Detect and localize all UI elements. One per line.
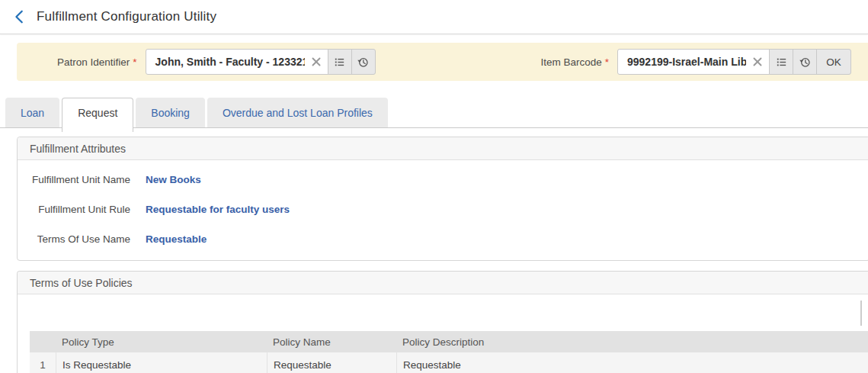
field-terms-of-use-name: Terms Of Use Name Requestable (18, 224, 868, 254)
x-icon (751, 55, 764, 69)
patron-history-button[interactable] (351, 49, 376, 75)
fulfillment-unit-rule-link[interactable]: Requestable for faculty users (146, 204, 290, 215)
ok-button[interactable]: OK (816, 49, 851, 75)
patron-identifier-group: Patron Identifier* John, Smith - Faculty… (17, 49, 376, 75)
policy-name-column-header: Policy Name (267, 331, 396, 352)
list-icon (775, 56, 788, 69)
terms-of-use-name-label: Terms Of Use Name (18, 233, 130, 245)
fulfillment-attributes-fields: Fulfillment Unit Name New Books Fulfillm… (18, 160, 868, 260)
tab-overdue-lost-loan-profiles[interactable]: Overdue and Lost Loan Profiles (207, 98, 388, 127)
fulfillment-unit-name-link[interactable]: New Books (146, 174, 201, 185)
tab-bar: Loan Request Booking Overdue and Lost Lo… (0, 98, 868, 128)
back-button[interactable] (9, 6, 30, 27)
terms-of-use-name-link[interactable]: Requestable (146, 233, 207, 245)
policies-table-toolbar (18, 294, 868, 331)
fulfillment-attributes-header: Fulfillment Attributes (18, 137, 868, 160)
tab-request[interactable]: Request (62, 98, 133, 132)
x-icon (309, 55, 323, 69)
item-barcode-combo: 9992199-Israel-Main Library (617, 49, 851, 75)
policy-description-cell: Requestable (396, 352, 868, 373)
field-fulfillment-unit-rule: Fulfillment Unit Rule Requestable for fa… (18, 195, 868, 224)
vertical-scrollbar[interactable] (860, 301, 862, 326)
page-header: Fulfillment Configuration Utility (0, 0, 868, 34)
patron-identifier-label: Patron Identifier* (57, 56, 137, 68)
item-history-button[interactable] (793, 49, 817, 75)
item-barcode-value[interactable]: 9992199-Israel-Main Library (618, 56, 746, 68)
policies-table-header-row: Policy Type Policy Name Policy Descripti… (30, 331, 868, 352)
item-list-button[interactable] (769, 49, 793, 75)
item-clear-button[interactable] (746, 50, 769, 74)
item-barcode-group: Item Barcode* 9992199-Israel-Main Librar… (540, 49, 851, 75)
table-row[interactable]: 1 Is Requestable Requestable Requestable (30, 352, 868, 373)
item-barcode-input[interactable]: 9992199-Israel-Main Library (617, 49, 770, 75)
fulfillment-attributes-panel: Fulfillment Attributes Fulfillment Unit … (17, 137, 868, 261)
patron-identifier-input[interactable]: John, Smith - Faculty - 123321 (146, 49, 328, 75)
policy-description-column-header: Policy Description (396, 331, 868, 352)
patron-identifier-combo: John, Smith - Faculty - 123321 (146, 49, 376, 75)
policies-table: Policy Type Policy Name Policy Descripti… (30, 331, 868, 373)
chevron-left-icon (12, 8, 27, 25)
query-bar: Patron Identifier* John, Smith - Faculty… (17, 43, 868, 81)
patron-list-button[interactable] (328, 49, 352, 75)
patron-clear-button[interactable] (305, 50, 328, 74)
row-number-column-header (30, 331, 56, 352)
history-icon (357, 56, 370, 69)
tab-booking[interactable]: Booking (136, 98, 205, 127)
required-asterisk: * (133, 56, 136, 68)
page-title: Fulfillment Configuration Utility (37, 9, 216, 24)
terms-of-use-policies-header: Terms of Use Policies (18, 272, 868, 294)
row-number-cell: 1 (30, 352, 56, 373)
tab-loan[interactable]: Loan (5, 98, 59, 127)
patron-identifier-value[interactable]: John, Smith - Faculty - 123321 (146, 56, 305, 68)
list-icon (333, 56, 346, 69)
fulfillment-unit-name-label: Fulfillment Unit Name (18, 174, 130, 185)
policy-type-cell: Is Requestable (56, 352, 267, 373)
policy-name-cell: Requestable (267, 352, 396, 373)
required-asterisk: * (605, 56, 609, 68)
policy-type-column-header: Policy Type (56, 331, 267, 352)
terms-of-use-policies-panel: Terms of Use Policies Policy Type Policy… (17, 271, 868, 373)
history-icon (799, 56, 812, 69)
item-barcode-label: Item Barcode* (540, 56, 609, 68)
field-fulfillment-unit-name: Fulfillment Unit Name New Books (18, 165, 868, 195)
fulfillment-unit-rule-label: Fulfillment Unit Rule (18, 204, 130, 215)
